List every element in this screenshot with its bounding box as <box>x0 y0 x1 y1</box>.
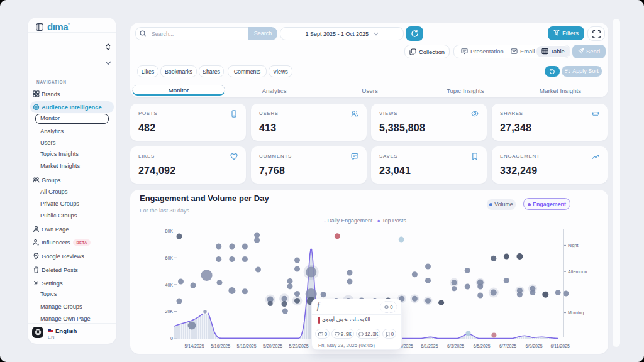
svg-text:6/11/2025: 6/11/2025 <box>550 344 570 348</box>
svg-text:5/14/2025: 5/14/2025 <box>184 344 204 348</box>
svg-text:Night: Night <box>568 243 578 248</box>
svg-text:5/18/2025: 5/18/2025 <box>237 344 257 348</box>
svg-text:5/16/2025: 5/16/2025 <box>211 344 230 348</box>
svg-text:5/20/2025: 5/20/2025 <box>263 344 282 348</box>
svg-text:Afternoon: Afternoon <box>568 270 587 274</box>
svg-text:80K: 80K <box>165 229 174 233</box>
svg-text:20K: 20K <box>165 309 174 314</box>
svg-text:6/3/2025: 6/3/2025 <box>447 344 464 348</box>
svg-text:40K: 40K <box>165 283 174 287</box>
svg-text:6/1/2025: 6/1/2025 <box>421 344 438 348</box>
svg-text:Morning: Morning <box>568 310 584 315</box>
svg-text:5/22/2025: 5/22/2025 <box>289 344 309 348</box>
svg-text:6/5/2025: 6/5/2025 <box>473 344 490 348</box>
svg-text:60K: 60K <box>165 256 174 260</box>
svg-text:6/7/2025: 6/7/2025 <box>499 344 516 348</box>
svg-text:6/9/2025: 6/9/2025 <box>526 344 543 348</box>
svg-text:0: 0 <box>170 336 173 341</box>
